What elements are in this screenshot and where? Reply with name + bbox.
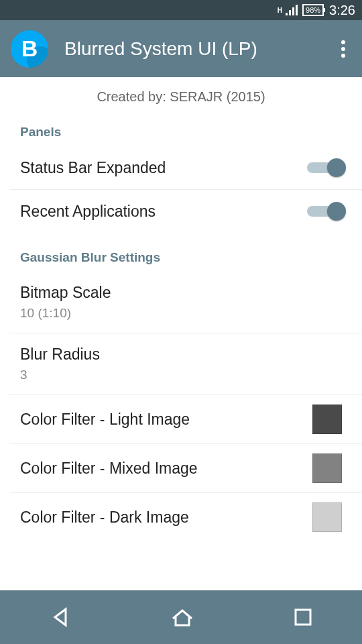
setting-bitmap-scale[interactable]: Bitmap Scale 10 (1:10) xyxy=(0,272,362,333)
clock: 3:26 xyxy=(329,3,355,18)
setting-recent-applications[interactable]: Recent Applications xyxy=(0,190,362,233)
overflow-menu-icon[interactable] xyxy=(335,40,351,58)
network-type: H xyxy=(278,7,282,14)
setting-color-filter-dark[interactable]: Color Filter - Dark Image xyxy=(0,493,362,541)
app-title: Blurred System UI (LP) xyxy=(64,38,335,60)
setting-title: Color Filter - Dark Image xyxy=(20,508,312,527)
back-icon[interactable] xyxy=(50,606,71,628)
setting-color-filter-light[interactable]: Color Filter - Light Image xyxy=(0,395,362,443)
color-swatch xyxy=(312,453,342,483)
toggle-switch[interactable] xyxy=(307,202,342,221)
section-header-gaussian: Gaussian Blur Settings xyxy=(0,245,362,272)
recent-apps-icon[interactable] xyxy=(294,608,312,627)
setting-status-bar-expanded[interactable]: Status Bar Expanded xyxy=(0,146,362,189)
app-bar: B Blurred System UI (LP) xyxy=(0,20,362,77)
home-icon[interactable] xyxy=(170,606,194,628)
color-swatch xyxy=(312,502,342,532)
setting-title: Recent Applications xyxy=(20,203,307,221)
toggle-switch[interactable] xyxy=(307,158,342,177)
created-by-text: Created by: SERAJR (2015) xyxy=(0,77,362,119)
setting-blur-radius[interactable]: Blur Radius 3 xyxy=(0,333,362,394)
content-scroll[interactable]: Created by: SERAJR (2015) Panels Status … xyxy=(0,77,362,590)
svg-rect-0 xyxy=(296,610,310,625)
setting-subtitle: 3 xyxy=(20,368,342,382)
color-swatch xyxy=(312,405,342,434)
setting-title: Status Bar Expanded xyxy=(20,159,307,177)
setting-title: Blur Radius xyxy=(20,345,342,364)
setting-title: Color Filter - Mixed Image xyxy=(20,460,312,478)
status-bar: H 98% 3:26 xyxy=(0,0,362,20)
setting-title: Color Filter - Light Image xyxy=(20,411,312,429)
app-icon: B xyxy=(11,30,48,68)
navigation-bar xyxy=(0,590,362,644)
section-header-panels: Panels xyxy=(0,119,362,146)
setting-color-filter-mixed[interactable]: Color Filter - Mixed Image xyxy=(0,444,362,492)
battery-icon: 98% xyxy=(302,4,324,16)
signal-icon xyxy=(285,5,298,15)
setting-title: Bitmap Scale xyxy=(20,284,342,302)
setting-subtitle: 10 (1:10) xyxy=(20,306,342,321)
